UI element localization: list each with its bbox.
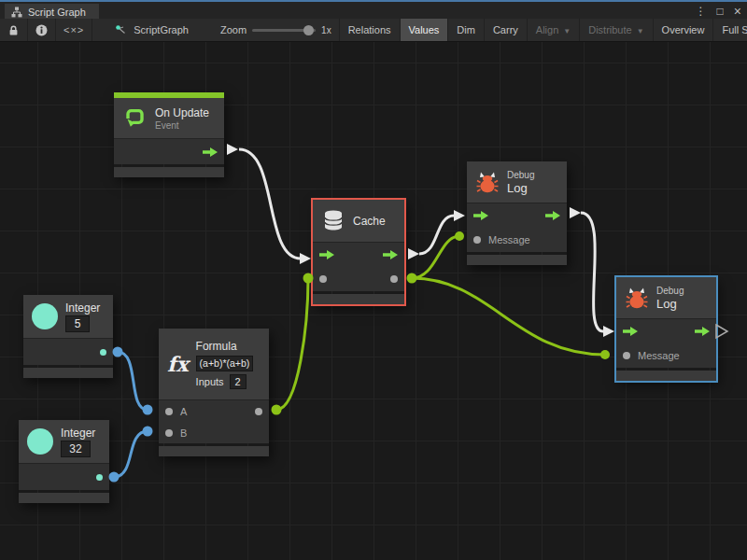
- wire-endpoint-dot: [600, 350, 610, 359]
- edit-source-button[interactable]: <×>: [56, 19, 92, 41]
- node-debug-log-top[interactable]: Debug Log Message: [467, 161, 567, 265]
- node-subtitle: Event: [155, 120, 209, 131]
- graph-breadcrumb[interactable]: ScriptGraph: [107, 19, 196, 41]
- flow-input-port[interactable]: [319, 250, 334, 259]
- zoom-slider-handle[interactable]: [303, 25, 314, 35]
- wire-endpoint-dot: [109, 472, 120, 483]
- node-footer: [23, 368, 113, 378]
- graph-name-label: ScriptGraph: [134, 24, 189, 35]
- wire-cache-to-debug2-message[interactable]: [412, 278, 605, 355]
- align-dropdown[interactable]: Align ▼: [528, 19, 580, 41]
- wire-arrowhead: [227, 144, 238, 155]
- value-output-port[interactable]: [96, 474, 103, 481]
- integer-value-field[interactable]: 5: [65, 315, 90, 332]
- flow-output-port[interactable]: [203, 147, 218, 157]
- lock-button[interactable]: [0, 19, 28, 41]
- zoom-slider[interactable]: [252, 29, 316, 32]
- dim-button[interactable]: Dim: [448, 19, 485, 41]
- integer-value-field[interactable]: 32: [61, 441, 91, 457]
- node-title: Cache: [353, 215, 386, 228]
- window-menu-icon[interactable]: ⋮: [696, 3, 707, 20]
- zoom-control: Zoom 1x: [213, 19, 339, 41]
- message-input-port[interactable]: [623, 352, 630, 359]
- node-footer: [467, 255, 567, 265]
- flow-output-port[interactable]: [545, 211, 560, 220]
- node-footer: [159, 446, 269, 456]
- inputs-label: Inputs: [196, 376, 224, 387]
- node-title: Integer: [61, 427, 95, 440]
- formula-expression-field[interactable]: (a+b)*(a+b): [196, 356, 254, 371]
- port-label-a: A: [180, 406, 187, 417]
- node-title: Integer: [65, 301, 100, 315]
- flow-output-port[interactable]: [383, 250, 398, 259]
- code-icon: <×>: [63, 24, 84, 35]
- wire-integer-b-to-formula[interactable]: [114, 431, 148, 477]
- wire-endpoint-dot: [455, 231, 464, 241]
- node-on-update[interactable]: On Update Event: [114, 92, 224, 177]
- wire-arrowhead: [603, 326, 614, 337]
- graph-canvas[interactable]: On Update Event Integer 5: [0, 42, 747, 560]
- tab-label: Script Graph: [28, 7, 86, 18]
- bug-icon: [475, 171, 500, 194]
- integer-circle-icon: [32, 303, 58, 329]
- node-title: Formula: [196, 340, 254, 353]
- wire-endpoint-dot: [272, 405, 282, 415]
- on-update-loop-icon: [122, 105, 148, 131]
- node-footer: [19, 493, 109, 503]
- info-button[interactable]: [28, 19, 56, 41]
- close-icon[interactable]: ×: [734, 3, 741, 20]
- value-input-port-a[interactable]: [165, 408, 173, 415]
- node-integer-a[interactable]: Integer 5: [23, 295, 113, 378]
- node-integer-b[interactable]: Integer 32: [19, 420, 109, 503]
- value-output-port[interactable]: [255, 408, 262, 415]
- wire-endpoint-dot: [143, 427, 153, 437]
- lock-icon: [7, 24, 20, 36]
- integer-circle-icon: [27, 428, 53, 455]
- wire-arrowhead: [408, 248, 419, 259]
- graph-edge-icon: [115, 23, 128, 36]
- title-bar: Script Graph ⋮ □ ×: [0, 0, 747, 19]
- values-button[interactable]: Values: [401, 19, 449, 41]
- node-footer: [616, 371, 716, 381]
- maximize-icon[interactable]: □: [717, 3, 724, 20]
- wire-debug1-to-debug2[interactable]: [581, 213, 603, 331]
- node-subtitle: Log: [656, 297, 684, 311]
- database-icon: [321, 210, 345, 232]
- wire-onupdate-to-cache[interactable]: [239, 149, 301, 259]
- flow-input-port[interactable]: [473, 211, 488, 220]
- node-footer: [114, 167, 224, 177]
- wire-formula-to-cache[interactable]: [276, 278, 308, 410]
- overview-button[interactable]: Overview: [654, 19, 714, 41]
- bug-icon: [625, 287, 649, 310]
- wire-endpoint-dot: [303, 273, 314, 284]
- inputs-count-field[interactable]: 2: [230, 374, 247, 389]
- value-output-port[interactable]: [390, 275, 398, 283]
- node-footer: [313, 294, 404, 304]
- node-title: Debug: [507, 170, 534, 180]
- graph-toolbar: <×> ScriptGraph Zoom 1x Relations Values…: [0, 19, 747, 42]
- value-input-port[interactable]: [319, 275, 327, 283]
- wire-endpoint-dot: [407, 273, 417, 284]
- zoom-label: Zoom: [220, 24, 247, 35]
- wire-arrowhead: [300, 253, 311, 264]
- wire-cache-to-debug1[interactable]: [419, 216, 454, 254]
- flow-input-port[interactable]: [623, 327, 638, 336]
- value-output-port[interactable]: [100, 349, 106, 356]
- wire-endpoint-dot: [113, 347, 123, 357]
- chevron-down-icon: ▼: [637, 27, 644, 35]
- node-cache[interactable]: Cache: [313, 200, 404, 304]
- graph-icon: [11, 7, 22, 18]
- flow-output-port[interactable]: [695, 327, 710, 336]
- value-input-port-b[interactable]: [165, 429, 173, 437]
- wire-cache-to-debug1-message[interactable]: [412, 236, 459, 278]
- wire-integer-a-to-formula[interactable]: [118, 352, 148, 410]
- node-debug-log-bottom[interactable]: Debug Log Message: [616, 277, 716, 381]
- node-subtitle: Log: [507, 181, 534, 195]
- message-port-label: Message: [488, 234, 530, 245]
- message-input-port[interactable]: [473, 236, 481, 244]
- distribute-dropdown[interactable]: Distribute ▼: [580, 19, 653, 41]
- relations-button[interactable]: Relations: [340, 19, 401, 41]
- node-formula[interactable]: fx Formula (a+b)*(a+b) Inputs 2 A: [159, 329, 269, 456]
- carry-button[interactable]: Carry: [485, 19, 528, 41]
- full-screen-button[interactable]: Full Screen: [713, 19, 747, 41]
